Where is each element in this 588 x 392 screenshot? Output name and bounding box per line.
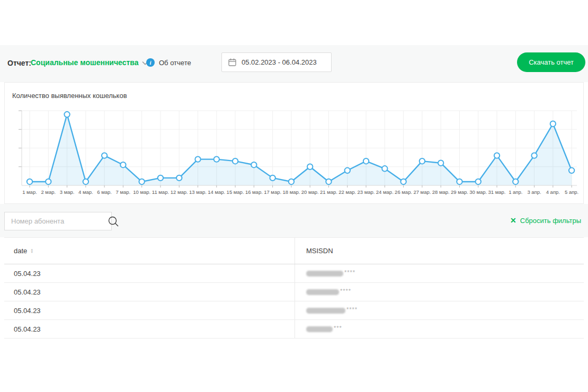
wallets-chart-panel: Количество выявленных кошельков 1 мар.2 … [4, 82, 584, 204]
about-report-label: Об отчете [159, 59, 191, 67]
svg-text:26 мар.: 26 мар. [395, 189, 412, 195]
svg-text:31 мар.: 31 мар. [488, 189, 506, 195]
msisdn-redacted-blob [306, 308, 345, 314]
svg-text:1 мар.: 1 мар. [22, 189, 37, 195]
msisdn-cell: **** [295, 264, 584, 282]
msisdn-redacted-blob [306, 326, 333, 332]
date-range-picker[interactable]: 05.02.2023 - 06.04.2023 [221, 52, 332, 72]
date-cell: 05.04.23 [4, 283, 295, 301]
search-icon[interactable] [108, 216, 119, 227]
table-row: 05.04.23 *** [4, 320, 584, 338]
chart-title: Количество выявленных кошельков [12, 92, 127, 100]
report-type-value: Социальные мошенничества [31, 58, 139, 67]
svg-text:4 апр.: 4 апр. [546, 189, 560, 195]
column-header-msisdn: MSISDN [295, 238, 584, 264]
close-icon: ✕ [510, 216, 516, 225]
svg-text:7 мар.: 7 мар. [116, 189, 131, 195]
svg-text:30 мар.: 30 мар. [469, 189, 487, 195]
svg-text:3 мар.: 3 мар. [60, 189, 75, 195]
svg-text:4 мар.: 4 мар. [78, 189, 93, 195]
svg-text:6 мар.: 6 мар. [97, 189, 112, 195]
table-row: 05.04.23 **** [4, 264, 584, 283]
svg-text:10 мар.: 10 мар. [133, 189, 150, 195]
wallets-line-chart: 1 мар.2 мар.3 мар.4 мар.6 мар.7 мар.10 м… [5, 104, 583, 203]
svg-text:22 мар.: 22 мар. [338, 189, 356, 195]
svg-text:28 мар.: 28 мар. [432, 189, 450, 195]
svg-text:3 апр.: 3 апр. [527, 189, 541, 195]
sort-icon: ▲▼ [30, 248, 33, 254]
reset-filters-label: Сбросить фильтры [520, 217, 581, 225]
download-report-button[interactable]: Скачать отчет [517, 52, 585, 72]
subscriber-search-box [4, 212, 112, 230]
svg-text:27 мар.: 27 мар. [413, 189, 431, 195]
info-icon: i [146, 58, 155, 67]
column-header-date[interactable]: date ▲▼ [4, 238, 295, 264]
msisdn-cell: **** [295, 301, 584, 319]
wallets-table: date ▲▼ MSISDN 05.04.23 **** 05.04.23 **… [4, 237, 584, 338]
report-type-dropdown[interactable]: Социальные мошенничества [31, 58, 148, 67]
msisdn-redacted-blob [306, 271, 343, 277]
date-cell: 05.04.23 [4, 264, 295, 282]
report-label: Отчет: [7, 59, 31, 67]
svg-text:23 мар.: 23 мар. [358, 189, 375, 195]
msisdn-cell: *** [295, 320, 584, 338]
filter-bar: ✕ Сбросить фильтры [0, 204, 588, 237]
svg-text:18 мар.: 18 мар. [282, 189, 300, 195]
svg-text:21 мар.: 21 мар. [320, 189, 337, 195]
report-toolbar: Отчет: Социальные мошенничества i Об отч… [0, 45, 588, 82]
reset-filters-link[interactable]: ✕ Сбросить фильтры [510, 216, 581, 225]
svg-text:14 мар.: 14 мар. [208, 189, 225, 195]
about-report-link[interactable]: i Об отчете [146, 58, 191, 67]
msisdn-cell: **** [295, 283, 584, 301]
calendar-icon [228, 58, 236, 66]
svg-text:20 мар.: 20 мар. [301, 189, 319, 195]
subscriber-number-input[interactable] [5, 217, 108, 225]
svg-text:12 мар.: 12 мар. [171, 189, 188, 195]
date-cell: 05.04.23 [4, 320, 295, 338]
table-row: 05.04.23 **** [4, 301, 584, 320]
svg-text:2 мар.: 2 мар. [41, 189, 56, 195]
svg-text:29 мар.: 29 мар. [451, 189, 468, 195]
table-header-row: date ▲▼ MSISDN [4, 238, 584, 264]
msisdn-redacted-blob [306, 289, 339, 295]
date-cell: 05.04.23 [4, 301, 295, 319]
svg-text:5 апр.: 5 апр. [565, 189, 578, 195]
svg-text:24 мар.: 24 мар. [376, 189, 394, 195]
date-range-value: 05.02.2023 - 06.04.2023 [242, 58, 317, 66]
svg-text:11 мар.: 11 мар. [152, 189, 169, 195]
svg-text:17 мар.: 17 мар. [264, 189, 281, 195]
page: Отчет: Социальные мошенничества i Об отч… [0, 0, 588, 392]
svg-text:13 мар.: 13 мар. [189, 189, 207, 195]
svg-text:16 мар.: 16 мар. [245, 189, 263, 195]
svg-text:1 апр.: 1 апр. [509, 189, 522, 195]
table-row: 05.04.23 **** [4, 283, 584, 301]
svg-text:15 мар.: 15 мар. [227, 189, 244, 195]
